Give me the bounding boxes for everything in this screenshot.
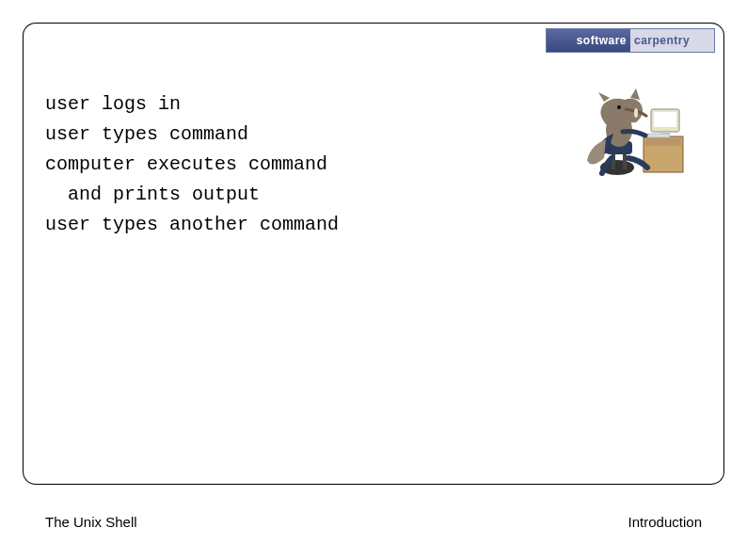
- software-carpentry-logo: software carpentry: [546, 28, 715, 53]
- line-1: user logs in: [45, 89, 339, 120]
- line-2: user types command: [45, 120, 339, 150]
- line-4: and prints output: [45, 180, 339, 210]
- line-3: computer executes command: [45, 150, 339, 180]
- svg-point-12: [617, 105, 621, 109]
- svg-rect-5: [647, 134, 670, 137]
- svg-rect-1: [645, 138, 681, 146]
- line-5: user types another command: [45, 210, 339, 240]
- svg-point-11: [634, 108, 638, 118]
- wolf-at-computer-illustration: [578, 85, 691, 188]
- slide-body: user logs in user types command computer…: [45, 89, 339, 240]
- logo-right-text: carpentry: [630, 29, 714, 52]
- footer-left: The Unix Shell: [45, 514, 137, 530]
- logo-left-text: software: [547, 29, 630, 52]
- svg-rect-3: [654, 112, 676, 127]
- footer-right: Introduction: [628, 514, 702, 530]
